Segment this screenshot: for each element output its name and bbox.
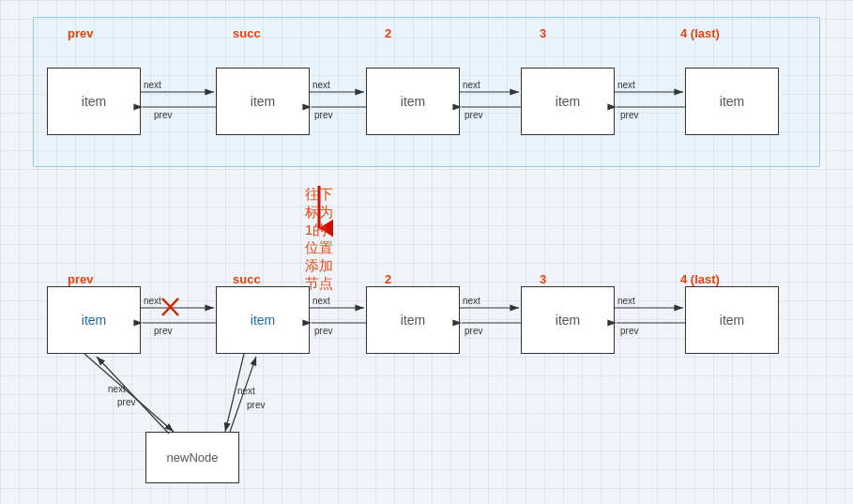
label-4last-bot: 4 (last) <box>680 272 720 286</box>
svg-text:prev: prev <box>465 326 482 336</box>
svg-text:next: next <box>237 386 255 396</box>
svg-text:prev: prev <box>117 397 135 407</box>
svg-text:next: next <box>617 296 635 306</box>
svg-text:prev: prev <box>314 326 332 336</box>
svg-text:prev: prev <box>247 400 265 410</box>
top-node-2: item <box>366 68 460 135</box>
svg-line-30 <box>162 298 178 315</box>
svg-text:prev: prev <box>620 326 638 336</box>
svg-line-46 <box>97 357 169 434</box>
label-3-top: 3 <box>540 26 546 40</box>
svg-line-31 <box>162 298 178 315</box>
svg-line-44 <box>84 354 174 432</box>
top-node-0: item <box>47 68 141 135</box>
svg-text:next: next <box>312 296 330 306</box>
bot-node-3: item <box>521 286 615 354</box>
top-node-4: item <box>685 68 779 135</box>
middle-section: 往下标为1的位置添加节点 <box>305 186 333 237</box>
svg-line-50 <box>230 357 256 432</box>
svg-text:next: next <box>144 296 161 306</box>
diagram-container: prev succ 2 3 4 (last) item item item it… <box>14 9 839 495</box>
label-3-bot: 3 <box>540 272 546 286</box>
middle-text: 往下标为1的位置添加节点 <box>305 186 333 293</box>
label-succ-top: succ <box>233 26 261 40</box>
bot-node-0: item <box>47 286 141 354</box>
label-2-bot: 2 <box>385 272 391 286</box>
label-prev-top: prev <box>68 26 93 40</box>
svg-text:next: next <box>463 296 480 306</box>
label-prev-bot: prev <box>68 272 93 286</box>
top-node-1: item <box>216 68 310 135</box>
label-4last-top: 4 (last) <box>680 26 720 40</box>
bot-node-4: item <box>685 286 779 354</box>
top-node-3: item <box>521 68 615 135</box>
label-2-top: 2 <box>385 26 391 40</box>
svg-line-48 <box>225 354 244 432</box>
svg-text:next: next <box>108 384 126 394</box>
label-succ-bot: succ <box>233 272 261 286</box>
svg-text:prev: prev <box>154 326 172 336</box>
newnode-box: newNode <box>145 432 239 483</box>
bot-node-2: item <box>366 286 460 354</box>
bot-node-1: item <box>216 286 310 354</box>
